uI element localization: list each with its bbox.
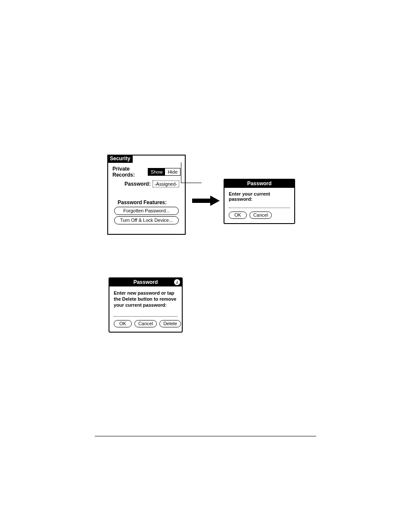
password-new-input[interactable] [114,311,177,317]
forgotten-password-button[interactable]: Forgotten Password... [114,207,179,215]
password-new-ok-button[interactable]: OK [114,320,132,327]
password-new-prompt: Enter new password or tap the Delete but… [114,290,177,308]
security-body: Private Records: Show Hide Password: -As… [108,156,185,230]
private-records-label: Private Records: [112,166,146,178]
password-new-delete-button[interactable]: Delete [159,320,181,327]
arrow-icon [192,196,220,206]
security-window: Security Private Records: Show Hide Pass… [107,155,186,235]
footer-rule [95,436,316,436]
password-current-input[interactable] [229,202,290,208]
callout-line-vertical [181,162,181,183]
password-current-cancel-button[interactable]: Cancel [249,212,272,219]
password-current-ok-button[interactable]: OK [229,212,247,219]
password-current-titlebar: Password [224,180,294,188]
password-features-heading: Password Features: [118,199,181,205]
password-current-prompt: Enter your current password: [229,191,290,202]
password-new-title: Password [134,279,158,285]
turn-off-lock-button[interactable]: Turn Off & Lock Device... [114,216,179,224]
password-new-titlebar: Password i [109,278,182,286]
password-new-cancel-button[interactable]: Cancel [134,320,157,327]
security-title: Security [110,156,130,162]
password-label: Password: [125,181,151,187]
callout-line-horizontal [181,183,202,183]
hide-toggle[interactable]: Hide [165,168,180,175]
password-new-body: Enter new password or tap the Delete but… [109,286,182,332]
info-icon[interactable]: i [174,279,180,285]
password-current-title: Password [247,180,272,187]
password-current-dialog: Password Enter your current password: OK… [224,179,295,224]
show-toggle[interactable]: Show [148,168,165,175]
private-records-toggle: Show Hide [148,168,181,176]
password-new-dialog: Password i Enter new password or tap the… [109,277,183,333]
password-current-body: Enter your current password: OK Cancel [224,188,294,223]
security-title-tab: Security [107,155,133,163]
password-value-box[interactable]: -Assigned- [153,180,180,187]
